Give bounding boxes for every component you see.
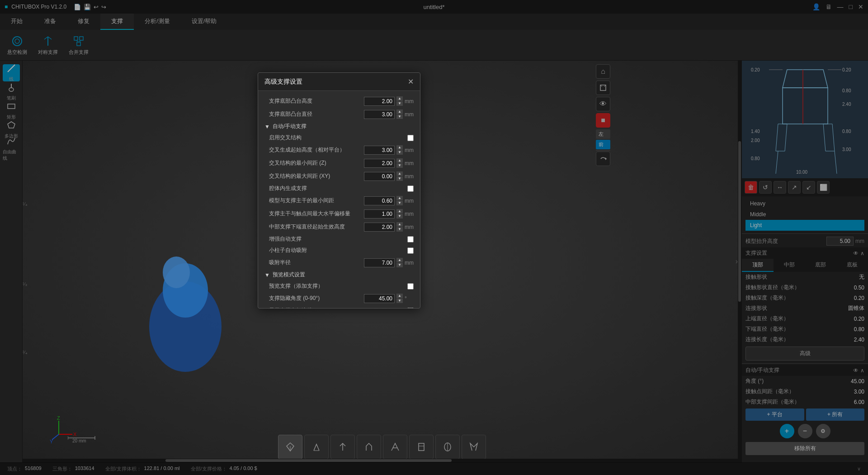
section-arrow: ▼	[264, 124, 270, 130]
attach-radius-label: 吸附半径	[269, 259, 364, 266]
dialog-row-attach-radius: 吸附半径 ▲ ▼ mm	[258, 256, 420, 269]
dialog-section-preview[interactable]: ▼ 预览模式设置	[258, 269, 420, 280]
cross-min-z-down[interactable]: ▼	[396, 163, 403, 168]
base-diam-down[interactable]: ▼	[396, 114, 403, 119]
dialog-row-cross-height: 交叉生成起始高度（相对平台） ▲ ▼ mm	[258, 143, 420, 157]
hide-angle-label: 支撑隐藏角度 (0-90°)	[269, 294, 364, 302]
attach-radius-down[interactable]: ▼	[396, 263, 403, 267]
cross-max-xy-up[interactable]: ▲	[396, 171, 403, 176]
min-dist-label: 模型与支撑主干的最小间距	[269, 197, 364, 204]
attach-radius-up[interactable]: ▲	[396, 258, 403, 262]
base-height-down[interactable]: ▼	[396, 101, 403, 106]
base-height-spinner: ▲ ▼	[396, 96, 403, 106]
max-offset-unit: mm	[405, 211, 414, 217]
cross-min-z-up[interactable]: ▲	[396, 158, 403, 163]
dialog-row-inner-support: 腔体内生成支撑	[258, 183, 420, 194]
hide-angle-up[interactable]: ▲	[396, 294, 403, 298]
cross-max-xy-label: 交叉结构的最大间距 (XY)	[269, 172, 364, 180]
mid-height-input[interactable]	[364, 223, 395, 232]
cross-height-input[interactable]	[364, 146, 395, 155]
enhance-auto-checkbox[interactable]	[407, 236, 414, 242]
show-dot-checkbox[interactable]	[407, 308, 414, 309]
hide-angle-unit: °	[405, 295, 414, 302]
enhance-auto-label: 增强自动支撑	[269, 235, 407, 243]
dialog-header: 高级支撑设置 ✕	[258, 73, 420, 91]
dialog-row-cross-max-xy: 交叉结构的最大间距 (XY) ▲ ▼ mm	[258, 170, 420, 183]
min-dist-unit: mm	[405, 198, 414, 204]
cross-min-z-label: 交叉结构的最小间距 (Z)	[269, 159, 364, 167]
mid-height-up[interactable]: ▲	[396, 222, 403, 227]
base-height-up[interactable]: ▲	[396, 96, 403, 101]
preview-support-checkbox[interactable]	[407, 283, 414, 290]
base-diam-up[interactable]: ▲	[396, 109, 403, 114]
min-dist-input[interactable]	[364, 196, 395, 205]
cross-height-spinner: ▲ ▼	[396, 145, 403, 155]
max-offset-spinner: ▲ ▼	[396, 209, 403, 218]
min-dist-up[interactable]: ▲	[396, 196, 403, 200]
hide-angle-down[interactable]: ▼	[396, 299, 403, 303]
enable-cross-checkbox[interactable]	[407, 135, 414, 141]
base-diam-spinner: ▲ ▼	[396, 109, 403, 119]
min-dist-down[interactable]: ▼	[396, 201, 403, 205]
mid-height-control: ▲ ▼ mm	[364, 222, 414, 232]
max-offset-up[interactable]: ▲	[396, 209, 403, 214]
cross-max-xy-down[interactable]: ▼	[396, 176, 403, 181]
mid-height-down[interactable]: ▼	[396, 227, 403, 232]
preview-section-arrow: ▼	[264, 272, 270, 278]
show-dot-label: 显示支撑点标注线	[269, 307, 407, 308]
dialog-row-auto-attach: 小柱子自动吸附	[258, 245, 420, 256]
cross-max-xy-unit: mm	[405, 173, 414, 180]
base-diam-control: ▲ ▼ mm	[364, 109, 414, 119]
dialog-row-max-offset: 支撑主干与触点间最大水平偏移量 ▲ ▼ mm	[258, 207, 420, 220]
dialog-row-enhance-auto: 增强自动支撑	[258, 233, 420, 245]
cross-min-z-input[interactable]	[364, 159, 395, 168]
min-dist-spinner: ▲ ▼	[396, 196, 403, 205]
dialog-row-base-height: 支撑底部凸台高度 ▲ ▼ mm	[258, 95, 420, 108]
attach-radius-input[interactable]	[364, 258, 395, 267]
dialog-row-preview-support: 预览支撑（添加支撑）	[258, 280, 420, 292]
base-diam-unit: mm	[405, 111, 414, 118]
base-diam-label: 支撑底部凸台直径	[269, 110, 364, 118]
preview-support-label: 预览支撑（添加支撑）	[269, 282, 407, 290]
hide-angle-control: ▲ ▼ °	[364, 294, 414, 303]
dialog-row-mid-height: 中部支撑下端直径起始生效高度 ▲ ▼ mm	[258, 220, 420, 233]
inner-support-label: 腔体内生成支撑	[269, 185, 407, 192]
hide-angle-input[interactable]	[364, 294, 395, 303]
base-height-input[interactable]	[364, 97, 395, 106]
dialog-close-btn[interactable]: ✕	[408, 77, 414, 86]
mid-height-unit: mm	[405, 224, 414, 230]
dialog-row-hide-angle: 支撑隐藏角度 (0-90°) ▲ ▼ °	[258, 292, 420, 305]
dialog-row-min-dist: 模型与支撑主干的最小间距 ▲ ▼ mm	[258, 194, 420, 207]
attach-radius-control: ▲ ▼ mm	[364, 258, 414, 267]
dialog-body: 支撑底部凸台高度 ▲ ▼ mm 支撑底部凸台直径 ▲ ▼	[258, 91, 420, 308]
cross-min-z-control: ▲ ▼ mm	[364, 158, 414, 168]
cross-height-up[interactable]: ▲	[396, 145, 403, 150]
enable-cross-label: 启用交叉结构	[269, 134, 407, 142]
mid-height-label: 中部支撑下端直径起始生效高度	[269, 223, 364, 231]
hide-angle-spinner: ▲ ▼	[396, 294, 403, 303]
cross-max-xy-input[interactable]	[364, 172, 395, 181]
mid-height-spinner: ▲ ▼	[396, 222, 403, 232]
max-offset-input[interactable]	[364, 209, 395, 218]
base-height-label: 支撑底部凸台高度	[269, 97, 364, 105]
base-height-control: ▲ ▼ mm	[364, 96, 414, 106]
section-label: 自动/手动支撑	[273, 123, 307, 130]
cross-max-xy-spinner: ▲ ▼	[396, 171, 403, 181]
cross-min-z-spinner: ▲ ▼	[396, 158, 403, 168]
cross-height-label: 交叉生成起始高度（相对平台）	[269, 146, 364, 154]
cross-min-z-unit: mm	[405, 160, 414, 166]
auto-attach-checkbox[interactable]	[407, 247, 414, 254]
dialog-row-base-diam: 支撑底部凸台直径 ▲ ▼ mm	[258, 108, 420, 121]
max-offset-label: 支撑主干与触点间最大水平偏移量	[269, 210, 364, 218]
dialog-section-auto-manual[interactable]: ▼ 自动/手动支撑	[258, 121, 420, 132]
auto-attach-label: 小柱子自动吸附	[269, 247, 407, 254]
preview-section-label: 预览模式设置	[273, 271, 305, 279]
inner-support-checkbox[interactable]	[407, 185, 414, 192]
dialog-row-enable-cross: 启用交叉结构	[258, 132, 420, 143]
min-dist-control: ▲ ▼ mm	[364, 196, 414, 205]
advanced-support-dialog: 高级支撑设置 ✕ 支撑底部凸台高度 ▲ ▼ mm 支撑底部凸台直径	[258, 72, 420, 309]
cross-height-down[interactable]: ▼	[396, 150, 403, 155]
base-diam-input[interactable]	[364, 110, 395, 119]
cross-height-control: ▲ ▼ mm	[364, 145, 414, 155]
max-offset-down[interactable]: ▼	[396, 214, 403, 218]
